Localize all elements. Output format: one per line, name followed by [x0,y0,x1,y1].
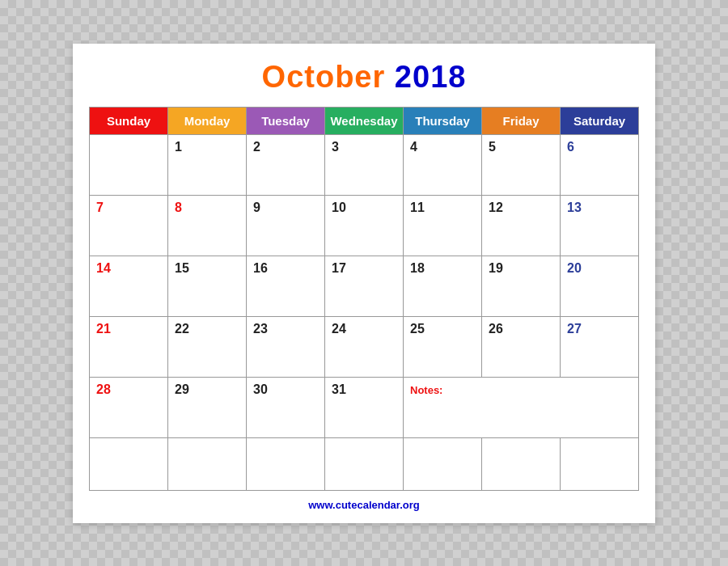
day-cell: 10 [325,195,404,256]
week-row-4: 21222324252627 [90,316,639,377]
week-row-3: 14151617181920 [90,256,639,316]
footer: www.cutecalendar.org [89,499,639,511]
day-cell: 22 [168,316,247,377]
week-row-1: 123456 [90,134,639,195]
day-cell: 13 [561,195,639,256]
day-cell: 27 [561,316,639,377]
header-saturday: Saturday [561,107,639,134]
day-cell: 12 [482,195,561,256]
header-friday: Friday [482,107,561,134]
day-cell: 31 [325,377,404,437]
bottom-empty-row [90,437,639,490]
day-cell: 9 [247,195,325,256]
day-cell: 8 [168,195,247,256]
header-tuesday: Tuesday [247,107,325,134]
day-cell: 23 [247,316,325,377]
notes-cell: Notes: [404,377,639,437]
header-sunday: Sunday [90,107,168,134]
header-thursday: Thursday [404,107,482,134]
day-cell: 21 [90,316,168,377]
calendar-container: October 2018 Sunday Monday Tuesday Wedne… [73,44,655,523]
empty-cell [561,437,639,490]
week-row-2: 78910111213 [90,195,639,256]
day-cell: 15 [168,256,247,316]
day-cell: 14 [90,256,168,316]
day-cell: 4 [404,134,482,195]
day-cell: 19 [482,256,561,316]
header-row: Sunday Monday Tuesday Wednesday Thursday… [90,107,639,134]
month-label: October [262,60,386,94]
calendar-table: Sunday Monday Tuesday Wednesday Thursday… [89,107,639,491]
day-cell: 24 [325,316,404,377]
day-cell: 25 [404,316,482,377]
day-cell: 16 [247,256,325,316]
day-cell: 28 [90,377,168,437]
day-cell: 6 [561,134,639,195]
day-cell: 3 [325,134,404,195]
empty-cell [247,437,325,490]
day-cell: 17 [325,256,404,316]
week-row-last: 28293031Notes: [90,377,639,437]
empty-cell [404,437,482,490]
day-cell: 7 [90,195,168,256]
day-cell: 29 [168,377,247,437]
day-cell: 5 [482,134,561,195]
website-link[interactable]: www.cutecalendar.org [308,499,420,511]
empty-cell [482,437,561,490]
day-cell: 20 [561,256,639,316]
day-cell [90,134,168,195]
day-cell: 18 [404,256,482,316]
day-cell: 30 [247,377,325,437]
day-cell: 1 [168,134,247,195]
header-monday: Monday [168,107,247,134]
empty-cell [168,437,247,490]
empty-cell [325,437,404,490]
year-label: 2018 [395,60,467,94]
header-wednesday: Wednesday [325,107,404,134]
day-cell: 2 [247,134,325,195]
day-cell: 26 [482,316,561,377]
notes-label: Notes: [410,384,442,396]
calendar-title: October 2018 [89,60,639,95]
empty-cell [90,437,168,490]
day-cell: 11 [404,195,482,256]
